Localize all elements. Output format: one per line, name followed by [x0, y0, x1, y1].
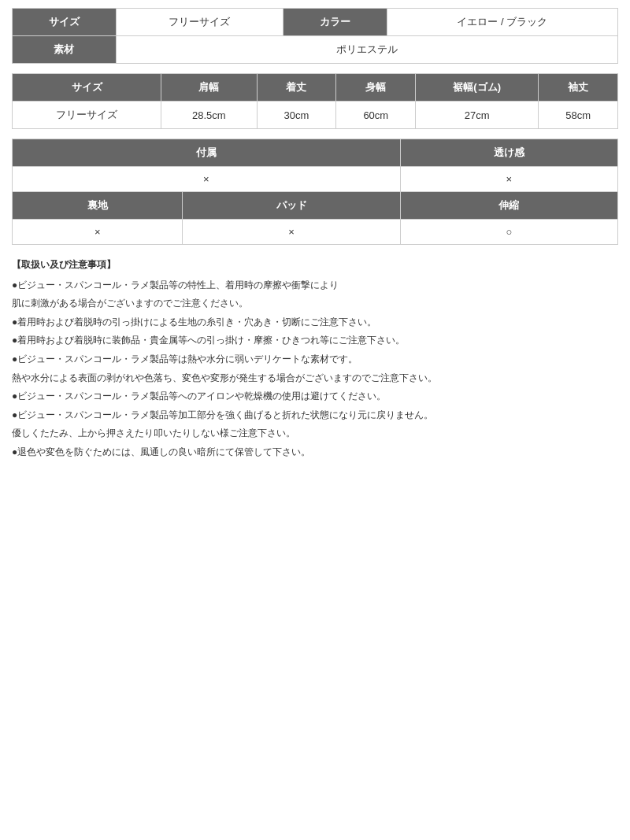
notes-section: 【取扱い及び注意事項】 ●ビジュー・スパンコール・ラメ製品等の特性上、着用時の摩…	[12, 257, 618, 461]
size-dimensions-table: サイズ 肩幅 着丈 身幅 裾幅(ゴム) 袖丈 フリーサイズ 28.5cm 30c…	[12, 73, 618, 129]
color-label-cell: カラー	[284, 9, 387, 36]
attr-header-uraji: 裏地	[13, 192, 183, 220]
notes-item-5: 熱や水分による表面の剥がれや色落ち、変色や変形が発生する場合がございますのでご注…	[12, 370, 618, 387]
attr-value-uraji: ×	[13, 220, 183, 245]
size-dim-value-sleeve: 58cm	[539, 102, 618, 129]
notes-item-3: ●着用時および着脱時に装飾品・貴金属等への引っ掛け・摩擦・ひきつれ等にご注意下さ…	[12, 332, 618, 350]
size-dim-header-shoulder: 肩幅	[161, 74, 258, 102]
size-label-cell: サイズ	[13, 9, 117, 36]
attr-value-pad: ×	[183, 220, 400, 245]
size-dim-header-hem: 裾幅(ゴム)	[416, 74, 539, 102]
material-label-cell: 素材	[13, 36, 117, 64]
notes-item-9: ●退色や変色を防ぐためには、風通しの良い暗所にて保管して下さい。	[12, 444, 618, 461]
size-dim-header-sleeve: 袖丈	[539, 74, 618, 102]
color-value-cell: イエロー / ブラック	[387, 9, 617, 36]
attributes-table: 付属 透け感 × × 裏地 パッド 伸縮 × × ○	[12, 139, 618, 245]
attr-value-shinshuku: ○	[400, 220, 617, 245]
attr-header-sukemi: 透け感	[400, 139, 617, 167]
size-dim-header-size: サイズ	[13, 74, 161, 102]
attr-header-fuzoku: 付属	[13, 139, 401, 167]
material-value-cell: ポリエステル	[116, 36, 617, 64]
notes-item-0: ●ビジュー・スパンコール・ラメ製品等の特性上、着用時の摩擦や衝撃により	[12, 277, 618, 294]
notes-title: 【取扱い及び注意事項】	[12, 257, 618, 274]
size-dim-header-body: 身幅	[336, 74, 416, 102]
notes-item-1: 肌に刺激がある場合がございますのでご注意ください。	[12, 295, 618, 313]
size-dim-value-body: 60cm	[336, 102, 416, 129]
notes-item-6: ●ビジュー・スパンコール・ラメ製品等へのアイロンや乾燥機の使用は避けてください。	[12, 388, 618, 405]
size-dim-value-size: フリーサイズ	[13, 102, 161, 129]
size-value-cell: フリーサイズ	[116, 9, 283, 36]
notes-item-8: 優しくたたみ、上から押さえたり叩いたりしない様ご注意下さい。	[12, 425, 618, 442]
attr-header-shinshuku: 伸縮	[400, 192, 617, 220]
top-info-table: サイズ フリーサイズ カラー イエロー / ブラック 素材 ポリエステル	[12, 8, 618, 64]
notes-item-7: ●ビジュー・スパンコール・ラメ製品等加工部分を強く曲げると折れた状態になり元に戻…	[12, 407, 618, 424]
size-dim-header-length: 着丈	[257, 74, 336, 102]
notes-item-4: ●ビジュー・スパンコール・ラメ製品等は熱や水分に弱いデリケートな素材です。	[12, 351, 618, 368]
size-dim-value-hem: 27cm	[416, 102, 539, 129]
attr-value-fuzoku: ×	[13, 167, 401, 192]
attr-value-sukemi: ×	[400, 167, 617, 192]
notes-item-2: ●着用時および着脱時の引っ掛けによる生地の糸引き・穴あき・切断にご注意下さい。	[12, 314, 618, 331]
size-dim-value-length: 30cm	[257, 102, 336, 129]
size-dim-value-shoulder: 28.5cm	[161, 102, 258, 129]
attr-header-pad: パッド	[183, 192, 400, 220]
